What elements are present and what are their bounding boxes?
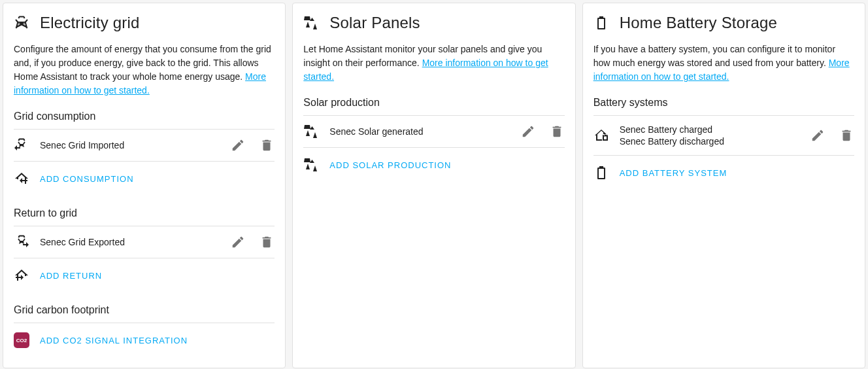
card-title: Home Battery Storage: [620, 14, 777, 32]
home-import-icon: [14, 171, 29, 186]
transmission-tower-icon: [14, 15, 29, 31]
add-co2-button[interactable]: CO2 Add CO2 signal integration: [14, 323, 275, 357]
solar-power-icon: [303, 15, 319, 31]
row-label: Senec Grid Exported: [40, 236, 220, 248]
battery-systems-title: Battery systems: [593, 97, 854, 116]
add-solar-button[interactable]: Add solar production: [303, 148, 564, 182]
card-title: Electricity grid: [40, 14, 140, 32]
card-header: Home Battery Storage: [593, 14, 854, 32]
home-export-icon: [14, 268, 29, 283]
solar-production-row: Senec Solar generated: [303, 116, 564, 148]
card-header: Solar Panels: [303, 14, 564, 32]
row-label: Senec Solar generated: [329, 126, 509, 137]
battery-icon: [593, 165, 609, 181]
add-label: Add CO2 signal integration: [40, 336, 188, 345]
solar-production-title: Solar production: [303, 97, 564, 116]
battery-storage-card: Home Battery Storage If you have a batte…: [582, 3, 865, 368]
row-actions: [810, 128, 854, 143]
tower-export-icon: [14, 234, 29, 250]
row-actions: [230, 137, 275, 153]
grid-consumption-row: Senec Grid Imported: [14, 130, 275, 162]
add-label: Add return: [40, 271, 102, 281]
card-description: Configure the amount of energy that you …: [14, 43, 275, 97]
row-label: Senec Battery charged Senec Battery disc…: [620, 124, 799, 147]
add-label: Add consumption: [40, 174, 134, 184]
grid-consumption-title: Grid consumption: [14, 111, 275, 130]
edit-button[interactable]: [810, 128, 826, 143]
carbon-footprint-title: Grid carbon footprint: [14, 304, 275, 323]
delete-button[interactable]: [549, 124, 565, 139]
solar-panel-icon: [303, 124, 319, 139]
battery-icon: [593, 15, 609, 31]
edit-button[interactable]: [520, 124, 536, 139]
add-consumption-button[interactable]: Add consumption: [14, 162, 275, 196]
edit-button[interactable]: [230, 137, 246, 153]
add-label: Add solar production: [329, 160, 451, 170]
delete-button[interactable]: [839, 128, 854, 143]
grid-return-row: Senec Grid Exported: [14, 226, 275, 258]
solar-panels-card: Solar Panels Let Home Assistant monitor …: [292, 3, 575, 368]
add-label: Add battery system: [620, 168, 727, 178]
card-description: Let Home Assistant monitor your solar pa…: [303, 43, 564, 84]
co2-badge-icon: CO2: [14, 332, 29, 348]
add-return-button[interactable]: Add return: [14, 258, 275, 292]
card-description: If you have a battery system, you can co…: [593, 43, 854, 84]
delete-button[interactable]: [259, 234, 275, 250]
row-actions: [520, 124, 565, 139]
card-title: Solar Panels: [329, 14, 420, 32]
delete-button[interactable]: [259, 137, 275, 153]
return-to-grid-title: Return to grid: [14, 207, 275, 226]
electricity-grid-card: Electricity grid Configure the amount of…: [3, 3, 286, 368]
row-actions: [230, 234, 275, 250]
solar-panel-icon: [303, 157, 319, 173]
edit-button[interactable]: [230, 234, 246, 250]
battery-charged-label: Senec Battery charged: [620, 124, 712, 135]
card-header: Electricity grid: [14, 14, 275, 32]
battery-discharged-label: Senec Battery discharged: [620, 136, 724, 147]
row-label: Senec Grid Imported: [40, 139, 220, 151]
add-battery-button[interactable]: Add battery system: [593, 156, 854, 190]
battery-system-row: Senec Battery charged Senec Battery disc…: [593, 116, 854, 156]
desc-text: If you have a battery system, you can co…: [593, 44, 835, 68]
desc-text: Configure the amount of energy that you …: [14, 44, 271, 82]
tower-import-icon: [14, 137, 29, 153]
home-battery-icon: [593, 128, 609, 143]
